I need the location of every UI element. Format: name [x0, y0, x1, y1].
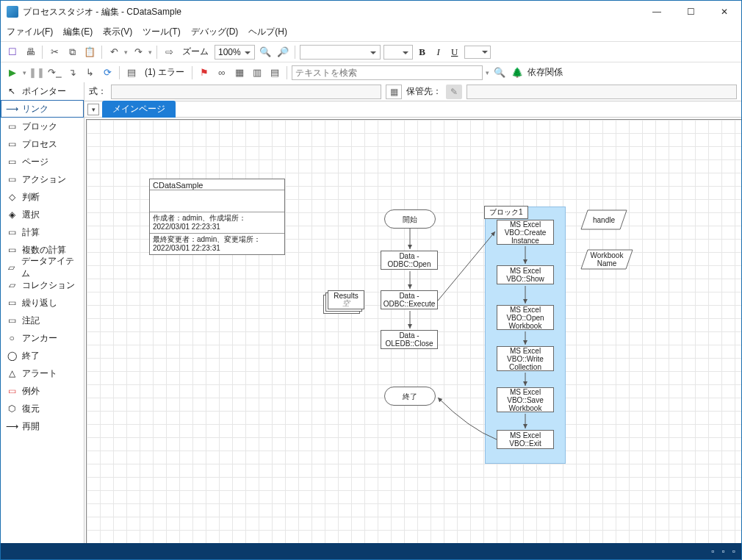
node-excel-openwb[interactable]: MS Excel VBO::Open Workbook	[497, 305, 554, 330]
font-combo[interactable]	[300, 45, 381, 60]
find-icon[interactable]: 🔍	[492, 65, 507, 80]
toolbar-main: ☐ 🖶 ✂ ⧉ 📋 ↶ ▾ ↷ ▾ ⇨ ズーム 100% 🔍 🔎 B I U	[1, 41, 741, 62]
tab-main[interactable]: メインページ	[102, 101, 176, 118]
tree-icon[interactable]: 🌲	[510, 65, 525, 80]
menu-file[interactable]: ファイル(F)	[7, 26, 53, 38]
tool-decision[interactable]: ◇判断	[1, 188, 84, 206]
tool-alert[interactable]: △アラート	[1, 365, 84, 382]
zoom-out-icon[interactable]: 🔍	[258, 45, 273, 60]
cut-icon[interactable]: ✂	[47, 45, 62, 60]
save-icon[interactable]: ☐	[5, 45, 20, 60]
tool-action[interactable]: ▭アクション	[1, 170, 84, 188]
status-icon-1[interactable]: ▫	[711, 546, 714, 556]
breakpoint-icon[interactable]: ⚑	[197, 65, 212, 80]
link-icon[interactable]: ∞	[215, 65, 229, 80]
step-over-icon[interactable]: ↷⎯	[47, 65, 62, 80]
tool-choice[interactable]: ◈選択	[1, 206, 84, 223]
status-icon-2[interactable]: ▫	[721, 546, 724, 556]
node-workbook-name[interactable]: Workbook Name	[580, 249, 633, 270]
undo-icon[interactable]: ↶	[107, 45, 121, 60]
tool-loop[interactable]: ▭繰り返し	[1, 294, 84, 312]
document-icon[interactable]: ▤	[124, 65, 139, 80]
tab-dropdown-icon[interactable]: ▾	[87, 104, 99, 115]
menu-tool[interactable]: ツール(T)	[143, 26, 180, 38]
layout1-icon[interactable]: ▥	[250, 65, 264, 80]
search-input[interactable]	[292, 65, 483, 80]
color-picker[interactable]	[464, 46, 491, 59]
menu-debug[interactable]: デバッグ(D)	[191, 26, 239, 38]
menu-view[interactable]: 表示(V)	[103, 26, 132, 38]
tool-exception[interactable]: ▭例外	[1, 382, 84, 400]
step-into-icon[interactable]: ↴	[65, 65, 79, 80]
process-info-title: CDataSample	[150, 179, 284, 190]
italic-button[interactable]: I	[432, 45, 445, 60]
process-info-box[interactable]: CDataSample 作成者：admin、作成場所： 2022/03/01 2…	[149, 179, 285, 255]
expression-label: 式：	[89, 85, 107, 98]
step-out-icon[interactable]: ↳	[82, 65, 97, 80]
export-icon[interactable]: ⇨	[162, 45, 176, 60]
block-1-label: ブロック1	[484, 206, 528, 219]
tool-process[interactable]: ▭プロセス	[1, 135, 84, 153]
tool-note[interactable]: ▭注記	[1, 312, 84, 329]
node-results[interactable]: Results空	[323, 290, 364, 309]
grid-toggle-icon[interactable]: ▦	[232, 65, 247, 80]
tool-calc[interactable]: ▭計算	[1, 223, 84, 241]
tool-dataitem[interactable]: ▱データアイテム	[1, 259, 84, 276]
zoom-combo[interactable]: 100%	[215, 45, 255, 60]
app-icon	[7, 6, 18, 18]
restart-icon[interactable]: ⟳	[100, 65, 115, 80]
tool-pointer[interactable]: ↖ポインター	[1, 82, 84, 100]
run-icon[interactable]: ▶	[5, 65, 20, 80]
tool-anchor[interactable]: ○アンカー	[1, 329, 84, 347]
status-icon-3[interactable]: ▫	[732, 546, 735, 556]
process-info-created: 作成者：admin、作成場所： 2022/03/01 22:23:31	[150, 212, 284, 234]
zoom-in-icon[interactable]: 🔎	[275, 45, 290, 60]
save-to-edit-icon[interactable]: ✎	[446, 85, 462, 99]
block-1[interactable]: ブロック1	[485, 207, 566, 464]
tool-end[interactable]: ◯終了	[1, 347, 84, 365]
expression-input[interactable]	[111, 85, 381, 99]
tool-block[interactable]: ▭ブロック	[1, 118, 84, 135]
menu-edit[interactable]: 編集(E)	[63, 26, 93, 38]
redo-icon[interactable]: ↷	[131, 45, 145, 60]
underline-button[interactable]: U	[448, 45, 461, 60]
minimize-button[interactable]: —	[640, 1, 674, 23]
node-start[interactable]: 開始	[384, 209, 436, 229]
node-oledb-close[interactable]: Data - OLEDB::Close	[381, 330, 438, 349]
expression-grid-button[interactable]: ▦	[386, 85, 402, 99]
maximize-button[interactable]: ☐	[674, 1, 707, 23]
node-odbc-open[interactable]: Data - ODBC::Open	[381, 251, 438, 270]
canvas[interactable]: CDataSample 作成者：admin、作成場所： 2022/03/01 2…	[86, 119, 741, 543]
node-handle[interactable]: handle	[580, 209, 627, 230]
menu-help[interactable]: ヘルプ(H)	[248, 26, 287, 38]
bold-button[interactable]: B	[416, 45, 429, 60]
layout2-icon[interactable]: ▤	[267, 65, 282, 80]
save-to-input[interactable]	[467, 85, 737, 99]
tool-page[interactable]: ▭ページ	[1, 153, 84, 170]
errors-label[interactable]: (1) エラー	[145, 66, 184, 79]
node-excel-exit[interactable]: MS Excel VBO::Exit	[497, 430, 554, 449]
node-excel-show[interactable]: MS Excel VBO::Show	[497, 265, 554, 284]
status-bar: ▫ ▫ ▫	[1, 543, 741, 559]
tool-recover[interactable]: ⬡復元	[1, 400, 84, 417]
save-to-label: 保管先：	[406, 85, 442, 98]
toolbar-debug: ▶ ▾ ❚❚ ↷⎯ ↴ ↳ ⟳ ▤ (1) エラー ⚑ ∞ ▦ ▥ ▤ ▾ 🔍 …	[1, 62, 741, 82]
tool-link[interactable]: ⟶リンク	[1, 100, 84, 118]
zoom-label: ズーム	[182, 46, 209, 58]
font-size-combo[interactable]	[383, 45, 413, 60]
tool-collection[interactable]: ▱コレクション	[1, 276, 84, 294]
paste-icon[interactable]: 📋	[82, 45, 97, 60]
node-excel-create[interactable]: MS Excel VBO::Create Instance	[497, 220, 554, 245]
copy-icon[interactable]: ⧉	[65, 45, 79, 60]
node-end[interactable]: 終了	[384, 387, 436, 406]
print-icon[interactable]: 🖶	[23, 45, 37, 60]
node-excel-savewb[interactable]: MS Excel VBO::Save Workbook	[497, 387, 554, 412]
menu-bar: ファイル(F) 編集(E) 表示(V) ツール(T) デバッグ(D) ヘルプ(H…	[1, 23, 741, 41]
node-excel-writecoll[interactable]: MS Excel VBO::Write Collection	[497, 346, 554, 371]
pause-icon[interactable]: ❚❚	[29, 65, 44, 80]
dependency-label[interactable]: 依存関係	[527, 66, 563, 79]
close-button[interactable]: ✕	[707, 1, 741, 23]
node-odbc-execute[interactable]: Data - ODBC::Execute	[381, 290, 438, 309]
tool-resume[interactable]: ⟶再開	[1, 417, 84, 435]
toolbox: ↖ポインター ⟶リンク ▭ブロック ▭プロセス ▭ページ ▭アクション ◇判断 …	[1, 82, 84, 543]
